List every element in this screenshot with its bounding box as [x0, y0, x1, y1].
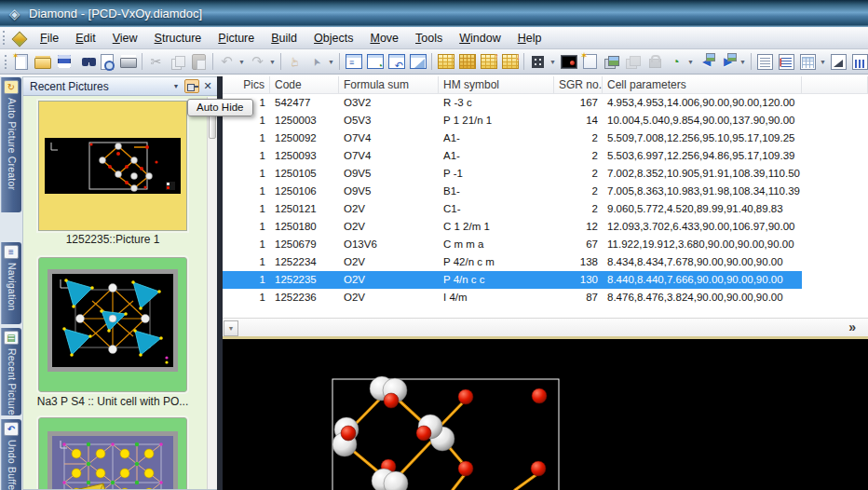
table-row[interactable]: 11250106O9V5B1-27.005,8.363,10.983,91.98…	[223, 183, 868, 200]
cell-pics: 1	[223, 271, 270, 289]
picture-gallery-icon[interactable]	[623, 52, 643, 72]
column-header-pics[interactable]: Pics	[223, 76, 270, 93]
column-header-hm-symbol[interactable]: HM symbol	[439, 76, 554, 93]
select-mode-dropdown[interactable]: ▼	[327, 59, 335, 65]
table-row[interactable]: 11250092O7V4A1-25.509,7.008,12.256,95.10…	[223, 129, 868, 147]
column-header-cell-parameters[interactable]: Cell parameters	[603, 76, 802, 93]
paste-icon[interactable]	[189, 52, 209, 72]
toggle-creator-pane-icon[interactable]	[365, 52, 385, 72]
legend-view-icon[interactable]	[777, 52, 796, 72]
structure-picture-view[interactable]	[223, 339, 868, 490]
cut-icon[interactable]	[146, 52, 166, 72]
lock-picture-icon[interactable]	[644, 52, 664, 72]
table-row[interactable]: 11250003O5V3P 1 21/n 11410.004,5.040,9.8…	[223, 112, 868, 129]
picture-grid-icon[interactable]	[528, 52, 548, 72]
panel-scrollbar[interactable]: ▲	[207, 97, 217, 490]
menu-build[interactable]: Build	[263, 29, 305, 48]
view-options-button[interactable]: ▼	[224, 320, 238, 336]
menu-structure[interactable]: Structure	[146, 29, 210, 48]
panel-close-button[interactable]: ✕	[200, 79, 215, 93]
cell-formula-sum: O5V3	[339, 112, 439, 129]
menu-tools[interactable]: Tools	[407, 29, 451, 48]
thumbnail-card-2[interactable]	[38, 257, 187, 392]
cell-code: 542477	[270, 94, 339, 112]
copy-picture-icon[interactable]	[602, 52, 621, 72]
toolbar-grip[interactable]	[5, 55, 7, 69]
menu-file[interactable]: File	[32, 29, 67, 48]
picture-screen-icon[interactable]	[559, 52, 578, 72]
sidebar-tab-label: Recent Pictures	[7, 348, 18, 420]
table-import-icon[interactable]	[479, 52, 498, 72]
table-row[interactable]: 11250105O9V5P -127.002,8.352,10.905,91.9…	[223, 165, 868, 183]
new-picture-icon[interactable]	[580, 52, 600, 72]
sidebar-tab-navigation[interactable]: ≡Navigation	[1, 242, 21, 324]
redo-icon[interactable]	[248, 52, 267, 72]
table-row[interactable]: 11250180O2VC 1 2/m 11212.093,3.702,6.433…	[223, 218, 868, 236]
menu-objects[interactable]: Objects	[305, 29, 361, 48]
table-row[interactable]: 1542477O3V2R -3 c1674.953,4.953,14.006,9…	[223, 94, 868, 112]
sidebar-tab-undo-buffer[interactable]: ↶Undo Buffer	[1, 419, 21, 490]
auto-picture-creator-dropdown[interactable]: ▼	[686, 59, 695, 65]
undo-icon[interactable]	[217, 52, 237, 72]
menu-move[interactable]: Move	[361, 29, 407, 48]
new-document-icon[interactable]	[11, 52, 31, 72]
table-row[interactable]: 11252234O2VP 42/n c m1388.434,8.434,7.67…	[223, 253, 868, 271]
menu-picture[interactable]: Picture	[210, 29, 263, 48]
picture-grid-dropdown[interactable]: ▼	[549, 59, 557, 65]
toggle-tree-pane-icon[interactable]	[344, 52, 363, 72]
column-header-code[interactable]: Code	[270, 76, 339, 93]
select-mode-icon[interactable]	[306, 52, 326, 72]
powder-pattern-icon[interactable]	[850, 52, 868, 72]
table-row[interactable]: 11250679O13V6C m m a6711.922,19.912,3.68…	[223, 236, 868, 253]
thumbnail-image-1	[45, 138, 181, 194]
menu-help[interactable]: Help	[509, 29, 550, 48]
thumbnail-card-3[interactable]	[38, 417, 187, 490]
menu-window[interactable]: Window	[451, 29, 509, 48]
sidebar-tab-auto-picture-creator[interactable]: ↻Auto Picture Creator	[1, 77, 21, 212]
toggle-split-pane-icon[interactable]	[408, 52, 427, 72]
data-table-icon[interactable]	[436, 52, 455, 72]
properties-view-icon[interactable]	[755, 52, 775, 72]
table-export-icon[interactable]	[500, 52, 520, 72]
pan-mode-icon[interactable]	[285, 52, 305, 72]
menu-view[interactable]: View	[104, 29, 146, 48]
cell-code: 1250180	[270, 218, 339, 236]
diamond-app-icon: ◈	[7, 6, 22, 21]
picture-pane-toolbar: ▼ »	[223, 318, 868, 339]
menubar-grip[interactable]	[3, 31, 6, 45]
cell-pics: 1	[223, 236, 270, 253]
next-picture-dropdown[interactable]: ▼	[739, 59, 747, 65]
copy-icon[interactable]	[168, 52, 187, 72]
redo-dropdown[interactable]: ▼	[268, 59, 277, 65]
auto-hide-pin-button[interactable]	[184, 79, 199, 93]
data-sheet-dropdown[interactable]: ▼	[819, 59, 827, 65]
open-icon[interactable]	[33, 52, 52, 72]
cell-sgr-no-: 2	[554, 165, 603, 183]
more-buttons-chevron[interactable]: »	[848, 320, 856, 334]
data-cells-icon[interactable]	[457, 52, 477, 72]
menu-edit[interactable]: Edit	[67, 29, 104, 48]
column-header-formula-sum[interactable]: Formula sum	[339, 76, 439, 93]
thumbnail-card-1[interactable]	[38, 101, 187, 231]
undo-dropdown[interactable]: ▼	[237, 59, 246, 65]
data-sheet-icon[interactable]	[798, 52, 818, 72]
print-icon[interactable]	[118, 52, 138, 72]
document-icon[interactable]	[11, 31, 26, 46]
next-picture-icon[interactable]	[718, 52, 738, 72]
toggle-undo-pane-icon[interactable]	[387, 52, 406, 72]
table-row[interactable]: 11252235O2VP 4/n c c1308.440,8.440,7.666…	[223, 271, 868, 289]
auto-picture-creator-icon[interactable]	[666, 52, 685, 72]
save-icon[interactable]	[54, 52, 74, 72]
table-row[interactable]: 11250093O7V4A1-25.503,6.997,12.256,94.86…	[223, 147, 868, 165]
column-header-sgr-no-[interactable]: SGR no.	[554, 76, 603, 93]
sidebar-tab-recent-pictures[interactable]: ▤Recent Pictures	[1, 328, 21, 415]
cell-sgr-no-: 12	[554, 218, 603, 236]
table-row[interactable]: 11250121O2VC1-29.060,5.772,4.520,89.99,9…	[223, 200, 868, 218]
find-icon[interactable]	[75, 52, 95, 72]
panel-menu-button[interactable]: ▼	[169, 79, 183, 93]
previous-picture-icon[interactable]	[697, 52, 716, 72]
distances-plot-icon[interactable]	[829, 52, 848, 72]
print-preview-icon[interactable]	[97, 52, 116, 72]
table-row[interactable]: 11252236O2VI 4/m878.476,8.476,3.824,90.0…	[223, 289, 868, 306]
cell-cell-parameters: 10.004,5.040,9.854,90.00,137.90,90.00	[603, 112, 802, 129]
